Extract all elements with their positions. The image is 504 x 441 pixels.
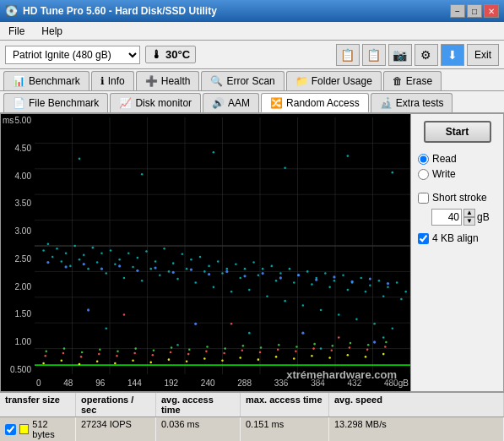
table-row: 512 bytes 27234 IOPS 0.036 ms 0.151 ms 1… bbox=[0, 417, 504, 441]
main-content: ms 5.00 4.50 4.00 3.50 3.00 2.50 2.00 1.… bbox=[0, 113, 504, 392]
health-icon: ➕ bbox=[145, 75, 158, 87]
toolbar-icon-2[interactable]: 📋 bbox=[362, 44, 386, 66]
td-avg-512: 0.036 ms bbox=[156, 417, 241, 441]
y-label-150: 1.50 bbox=[15, 309, 31, 318]
row-checkbox-512[interactable] bbox=[5, 424, 16, 435]
temperature-display: 🌡 30°C bbox=[145, 46, 196, 63]
menu-help[interactable]: Help bbox=[38, 24, 66, 38]
bottom-table: transfer size operations / sec avg. acce… bbox=[0, 392, 504, 441]
svg-point-35 bbox=[114, 263, 117, 265]
minimize-button[interactable]: − bbox=[450, 4, 465, 18]
gb-spinner-down[interactable]: ▼ bbox=[463, 217, 475, 226]
tab-file-benchmark[interactable]: 📄 File Benchmark bbox=[3, 93, 108, 112]
toolbar-icon-3[interactable]: 📷 bbox=[388, 44, 412, 66]
read-radio[interactable] bbox=[418, 154, 429, 165]
benchmark-icon: 📊 bbox=[13, 75, 25, 87]
chart-svg bbox=[35, 117, 410, 374]
tab-folder-usage[interactable]: 📁 Folder Usage bbox=[286, 71, 382, 90]
short-stroke-checkbox[interactable] bbox=[418, 193, 429, 204]
svg-point-188 bbox=[206, 346, 209, 348]
svg-point-84 bbox=[333, 280, 336, 282]
svg-point-138 bbox=[79, 363, 81, 366]
svg-point-51 bbox=[186, 268, 188, 270]
tab-erase[interactable]: 🗑 Erase bbox=[383, 71, 442, 90]
menu-file[interactable]: File bbox=[5, 24, 28, 38]
y-label-250: 2.50 bbox=[15, 254, 31, 264]
tab-benchmark[interactable]: 📊 Benchmark bbox=[3, 71, 89, 90]
svg-point-21 bbox=[51, 256, 54, 259]
short-stroke-text: Short stroke bbox=[432, 192, 487, 204]
gb-spinner-up[interactable]: ▲ bbox=[463, 209, 475, 217]
svg-point-98 bbox=[396, 281, 398, 284]
svg-point-170 bbox=[295, 351, 297, 353]
svg-point-148 bbox=[257, 358, 260, 361]
exit-button[interactable]: Exit bbox=[467, 44, 499, 66]
tab-aam[interactable]: 🔊 AAM bbox=[203, 93, 259, 112]
toolbar-icon-4[interactable]: ⚙ bbox=[415, 44, 438, 66]
tab-disk-monitor[interactable]: 📈 Disk monitor bbox=[110, 93, 201, 112]
gb-input[interactable]: 40 bbox=[431, 209, 462, 226]
svg-point-187 bbox=[188, 348, 191, 351]
svg-point-57 bbox=[213, 286, 215, 289]
svg-point-113 bbox=[64, 265, 67, 268]
svg-point-25 bbox=[69, 265, 72, 268]
toolbar: Patriot Ignite (480 gB) 🌡 30°C 📋 📋 📷 ⚙ ⬇… bbox=[0, 41, 504, 69]
align-4kb-checkbox[interactable] bbox=[418, 233, 429, 244]
svg-point-119 bbox=[172, 271, 175, 274]
error-scan-icon: 🔍 bbox=[210, 75, 223, 87]
svg-point-179 bbox=[46, 351, 48, 353]
svg-point-174 bbox=[366, 348, 369, 351]
y-label-450: 4.50 bbox=[15, 144, 31, 153]
close-button[interactable]: ✕ bbox=[484, 4, 499, 18]
svg-point-130 bbox=[369, 277, 371, 280]
svg-point-125 bbox=[279, 276, 282, 279]
svg-point-132 bbox=[87, 308, 89, 311]
read-radio-label[interactable]: Read bbox=[418, 153, 496, 165]
svg-point-24 bbox=[65, 252, 68, 254]
svg-point-112 bbox=[46, 261, 49, 264]
gb-unit-label: gB bbox=[477, 211, 490, 223]
svg-point-120 bbox=[190, 269, 192, 271]
align-4kb-label[interactable]: 4 KB align bbox=[418, 232, 496, 244]
svg-point-23 bbox=[61, 260, 63, 263]
svg-point-150 bbox=[293, 357, 295, 360]
svg-point-180 bbox=[63, 347, 66, 350]
svg-point-181 bbox=[81, 351, 84, 354]
svg-point-68 bbox=[262, 268, 264, 270]
svg-point-75 bbox=[293, 281, 295, 284]
x-label-48: 48 bbox=[63, 378, 73, 388]
svg-point-146 bbox=[221, 359, 224, 362]
svg-point-69 bbox=[266, 295, 268, 297]
svg-point-27 bbox=[79, 259, 81, 261]
maximize-button[interactable]: □ bbox=[467, 4, 482, 18]
extra-tests-icon: 🔬 bbox=[380, 97, 393, 109]
svg-point-193 bbox=[295, 346, 298, 348]
write-radio-label[interactable]: Write bbox=[418, 168, 496, 180]
tab-extra-tests[interactable]: 🔬 Extra tests bbox=[371, 93, 453, 112]
chart-area: ms 5.00 4.50 4.00 3.50 3.00 2.50 2.00 1.… bbox=[1, 114, 410, 391]
svg-point-55 bbox=[203, 270, 206, 273]
svg-point-116 bbox=[118, 264, 121, 267]
svg-point-142 bbox=[149, 362, 152, 364]
tab-health[interactable]: ➕ Health bbox=[136, 71, 200, 90]
th-transfer-size: transfer size bbox=[0, 393, 76, 416]
tab-info[interactable]: ℹ Info bbox=[91, 71, 134, 90]
toolbar-icon-1[interactable]: 📋 bbox=[336, 44, 360, 66]
svg-point-63 bbox=[239, 277, 241, 280]
svg-point-34 bbox=[110, 249, 112, 252]
gb-input-row: 40 ▲ ▼ gB bbox=[431, 209, 496, 226]
toolbar-icon-download[interactable]: ⬇ bbox=[441, 44, 464, 66]
tab-error-scan[interactable]: 🔍 Error Scan bbox=[201, 71, 284, 90]
start-button[interactable]: Start bbox=[424, 121, 491, 143]
y-label-200: 2.00 bbox=[15, 282, 31, 291]
write-radio[interactable] bbox=[418, 169, 429, 180]
tab-random-access[interactable]: 🔀 Random Access bbox=[261, 93, 369, 112]
svg-point-101 bbox=[79, 158, 81, 161]
svg-point-64 bbox=[244, 268, 247, 270]
short-stroke-label[interactable]: Short stroke bbox=[418, 192, 496, 204]
erase-icon: 🗑 bbox=[393, 75, 403, 87]
svg-point-195 bbox=[332, 345, 334, 347]
temperature-value: 30°C bbox=[165, 48, 190, 61]
svg-point-91 bbox=[365, 291, 367, 293]
disk-select[interactable]: Patriot Ignite (480 gB) bbox=[5, 46, 140, 64]
